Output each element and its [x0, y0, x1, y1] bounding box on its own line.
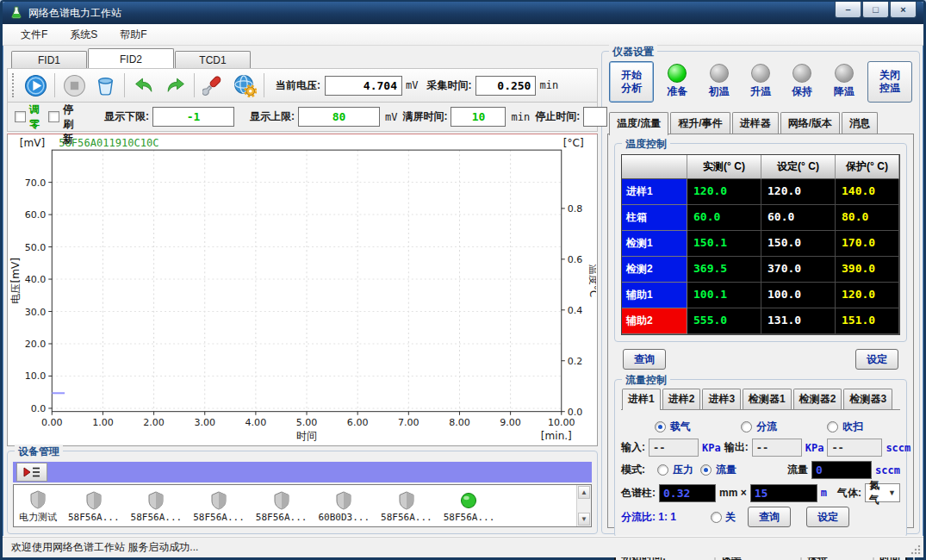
mode-radio[interactable]: [700, 464, 712, 476]
mode-option: 压力: [657, 463, 697, 477]
temp-set-cell[interactable]: 150.0: [761, 231, 836, 257]
mode-label: 模式:: [621, 463, 645, 477]
pause-refresh-checkbox[interactable]: [48, 111, 59, 122]
instrument-tab[interactable]: 温度/流量: [609, 112, 668, 135]
flow-tab[interactable]: 进样2: [662, 389, 701, 409]
temp-measured-cell: 150.1: [687, 231, 761, 257]
resize-grip[interactable]: [910, 544, 921, 555]
flow-tab[interactable]: 进样3: [702, 389, 741, 409]
flow-query-button[interactable]: 查询: [748, 507, 791, 527]
device-run-list-button[interactable]: [16, 463, 47, 482]
menu-item[interactable]: 帮助F: [110, 25, 156, 45]
lower-limit-field[interactable]: [152, 107, 234, 127]
clear-button[interactable]: [90, 71, 120, 100]
flow-tab[interactable]: 进样1: [622, 389, 661, 410]
temp-protect-cell[interactable]: 151.0: [836, 308, 899, 334]
redo-button[interactable]: [160, 71, 190, 100]
device-list: 电力测试58F56A...58F56A...58F56A...58F56A...…: [13, 484, 592, 527]
temp-protect-cell[interactable]: 80.0: [836, 205, 899, 231]
instrument-tab[interactable]: 消息: [842, 112, 878, 134]
toolbar-grip[interactable]: [12, 73, 16, 97]
temp-row-label: 检测2: [622, 257, 687, 283]
current-voltage-label: 当前电压:: [276, 78, 320, 93]
start-button[interactable]: [21, 71, 50, 100]
instrument-tab[interactable]: 进样器: [732, 112, 779, 134]
device-item[interactable]: 58F56A...: [444, 491, 495, 523]
fullscreen-time-field[interactable]: [451, 107, 506, 127]
flow-tab[interactable]: 检测器3: [843, 389, 892, 409]
stop-button[interactable]: [59, 71, 89, 100]
network-button[interactable]: [230, 71, 259, 100]
menu-item[interactable]: 系统S: [60, 25, 107, 45]
undo-button[interactable]: [129, 71, 158, 100]
temp-protect-cell[interactable]: 140.0: [836, 179, 899, 205]
instrument-tab[interactable]: 网络/版本: [780, 112, 840, 134]
flow-tab[interactable]: 检测器1: [743, 389, 792, 409]
acq-time-field[interactable]: [475, 76, 536, 96]
temp-protect-cell[interactable]: 390.0: [836, 257, 899, 283]
stop-time-field[interactable]: [583, 107, 607, 127]
instrument-settings-group: 仪器设置 开始 分析 准备初温升温保持降温 关闭 控温 温度/流量程升/事件进样…: [601, 51, 920, 534]
total-flow-field[interactable]: [827, 439, 882, 457]
mode-radio[interactable]: [657, 464, 668, 476]
column-diameter-field[interactable]: [659, 484, 716, 502]
flow-control-title: 流量控制: [622, 373, 670, 388]
flow-setpoint-field[interactable]: [811, 461, 872, 479]
detector-tab-fid2[interactable]: FID2: [88, 48, 174, 68]
zero-checkbox[interactable]: [15, 111, 26, 122]
start-analysis-button[interactable]: 开始 分析: [609, 61, 654, 103]
temp-set-cell[interactable]: 60.0: [761, 205, 836, 231]
device-item[interactable]: 58F56A...: [381, 491, 432, 523]
device-label: 58F56A...: [193, 512, 245, 523]
device-toolbar: [13, 462, 592, 482]
device-item[interactable]: 58F56A...: [131, 491, 183, 523]
gas-type-radio[interactable]: [655, 421, 666, 432]
gas-type-radio[interactable]: [741, 421, 752, 432]
gas-type-option: 分流: [741, 420, 780, 434]
temp-set-cell[interactable]: 120.0: [761, 179, 836, 205]
temp-set-button[interactable]: 设定: [855, 349, 898, 370]
device-item[interactable]: 60B0D3...: [318, 491, 370, 523]
mode-radios: 压力流量: [657, 463, 740, 477]
close-heating-button[interactable]: 关闭 控温: [867, 61, 912, 103]
temp-set-cell[interactable]: 370.0: [761, 257, 836, 283]
output-pressure-field[interactable]: [752, 439, 802, 457]
device-item[interactable]: 58F56A...: [256, 491, 308, 523]
column-length-field[interactable]: [750, 484, 817, 502]
temp-set-cell[interactable]: 131.0: [761, 308, 836, 334]
device-item[interactable]: 58F56A...: [193, 491, 245, 523]
temp-query-button[interactable]: 查询: [623, 349, 666, 370]
chromatogram-chart[interactable]: 0.001.002.003.004.005.006.007.008.009.00…: [7, 134, 598, 446]
split-off-radio[interactable]: [711, 512, 722, 523]
svg-text:3.00: 3.00: [194, 417, 215, 428]
chart-plot[interactable]: 0.001.002.003.004.005.006.007.008.009.00…: [9, 135, 596, 445]
minimize-button[interactable]: –: [835, 2, 861, 18]
scroll-up-button[interactable]: ▲: [578, 486, 590, 499]
flow-set-button[interactable]: 设定: [806, 507, 849, 527]
split-ratio-row: 分流比: 1: 1 关 查询 设定: [621, 507, 900, 527]
close-button[interactable]: ×: [890, 2, 917, 18]
gas-dropdown[interactable]: 氮气 ▼: [865, 483, 900, 502]
svg-text:0.8: 0.8: [568, 203, 583, 215]
temp-protect-cell[interactable]: 120.0: [836, 283, 899, 308]
detector-tab-tcd1[interactable]: TCD1: [175, 51, 251, 68]
device-item[interactable]: 电力测试: [19, 490, 57, 524]
current-voltage-field[interactable]: [325, 76, 402, 96]
temp-row-label: 辅助2: [622, 308, 687, 334]
tools-button[interactable]: [199, 71, 228, 100]
device-item[interactable]: 58F56A...: [68, 491, 120, 523]
maximize-button[interactable]: □: [862, 2, 889, 18]
gas-type-radio[interactable]: [827, 421, 838, 432]
scroll-down-button[interactable]: ▼: [578, 513, 590, 526]
temp-set-cell[interactable]: 100.0: [761, 283, 836, 308]
device-offline-icon: [273, 491, 290, 512]
input-pressure-field[interactable]: [649, 439, 699, 457]
menu-item[interactable]: 文件F: [11, 25, 57, 45]
detector-tab-fid1[interactable]: FID1: [11, 51, 87, 68]
status-light-准备: 准备: [656, 64, 698, 99]
flow-tab[interactable]: 检测器2: [793, 389, 842, 409]
toolbar-separator: [54, 73, 55, 97]
instrument-tab[interactable]: 程升/事件: [670, 112, 730, 134]
temp-protect-cell[interactable]: 170.0: [836, 231, 899, 257]
upper-limit-field[interactable]: [298, 107, 380, 127]
